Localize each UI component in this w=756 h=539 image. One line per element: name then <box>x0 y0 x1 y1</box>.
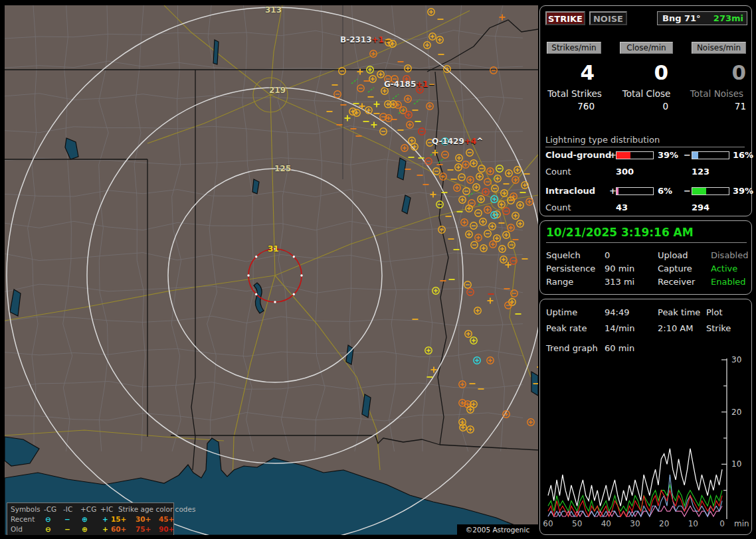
trend-box: Uptime 94:49 Peak time Plot Peak rate 14… <box>539 299 752 535</box>
strikes-per-min-chip[interactable]: Strikes/min <box>547 42 601 54</box>
distribution-title: Lightning type distribution <box>545 135 745 147</box>
cloud-ground-label: Cloud-ground <box>545 150 611 160</box>
strike-button[interactable]: STRIKE <box>545 11 585 25</box>
x-tick-label: 60 <box>543 519 553 528</box>
upload-status: Disabled <box>711 250 748 260</box>
ic-pos-recent-icon: + <box>102 515 108 523</box>
ring-label-313: 313 <box>265 5 282 15</box>
age-codes-title: Strike age color codes <box>118 505 195 513</box>
storm-cell-label: Q-1429+4^ <box>432 137 483 146</box>
cg-neg-pct: 16% <box>733 150 753 160</box>
capture-label: Capture <box>658 264 692 273</box>
age-60: 60+ <box>111 525 126 533</box>
trend-graph: 1020306050403020100min <box>541 355 751 533</box>
x-tick-label: 0 <box>719 519 725 528</box>
ic-pos-bar <box>616 187 654 195</box>
storm-cell-label: G-4185+1− <box>384 80 435 89</box>
cg-neg-bar <box>692 151 729 159</box>
cg-pos-pct: 39% <box>658 150 678 160</box>
datetime-display: 10/21/2025 3:19:16 AM <box>546 226 747 243</box>
age-45: 45+ <box>159 515 174 523</box>
cg-pos-old-icon: ⊕ <box>82 525 88 533</box>
trend-series-ic-neg <box>548 485 722 511</box>
storm-cell-label: B-2313+1− <box>340 35 391 44</box>
ic-neg-recent-icon: − <box>64 515 70 523</box>
total-noises-value: 71 <box>692 101 746 112</box>
cg-neg-old-icon: ⊖ <box>45 525 51 533</box>
trend-series-total <box>548 449 722 506</box>
cg-neg-count: 123 <box>692 167 709 177</box>
cg-pos-count: 300 <box>616 167 634 177</box>
uptime-value: 94:49 <box>605 307 629 317</box>
peak-time-label: Peak time <box>658 307 700 317</box>
range-value: 273mi <box>713 13 743 23</box>
age-75: 75+ <box>136 525 151 533</box>
age-15: 15+ <box>111 515 126 523</box>
close-per-min-value: 0 <box>620 60 668 84</box>
total-strikes-value: 760 <box>547 101 595 112</box>
range-setting-value: 313 mi <box>605 277 634 287</box>
cg-neg-recent-icon: ⊖ <box>45 515 51 523</box>
minus-sign: − <box>684 150 691 160</box>
copyright-text: ©2005 Astrogenic Systems <box>457 524 538 535</box>
age-90: 90+ <box>159 525 174 533</box>
noise-button[interactable]: NOISE <box>589 11 627 25</box>
close-per-min-chip[interactable]: Close/min <box>620 42 673 54</box>
squelch-value: 0 <box>605 250 610 260</box>
receiver-status: Enabled <box>711 277 746 287</box>
peak-rate-value: 14/min <box>605 323 634 333</box>
total-close-value: 0 <box>620 101 668 112</box>
legend-header: Symbols <box>11 505 41 513</box>
cg-pos-bar <box>616 151 654 159</box>
ic-neg-pct: 39% <box>733 186 753 196</box>
ring-label-125: 125 <box>274 164 291 173</box>
total-strikes-label: Total Strikes <box>543 88 607 99</box>
capture-status: Active <box>711 264 737 273</box>
persistence-value: 90 min <box>605 264 634 273</box>
strikes-per-min-value: 4 <box>547 60 595 84</box>
trend-graph-value: 60 min <box>605 343 634 353</box>
uptime-label: Uptime <box>546 307 577 317</box>
plot-mode-value: Strike <box>706 323 731 333</box>
ic-pos-count: 43 <box>616 202 628 212</box>
x-tick-label: 30 <box>630 519 640 528</box>
ring-label-31: 31 <box>268 244 279 254</box>
y-tick-label: 10 <box>731 459 741 469</box>
app-window: 31321912531 B-2313+1−G-4185+1−Q-1429+4^ … <box>0 0 756 539</box>
range-label: Range <box>546 277 573 287</box>
x-tick-label: 20 <box>659 519 669 528</box>
symbol-legend: Symbols -CG -IC +CG +IC Strike age color… <box>7 502 174 535</box>
total-close-label: Total Close <box>614 88 678 99</box>
noises-per-min-value: 0 <box>692 60 746 84</box>
system-status-box: 10/21/2025 3:19:16 AM Squelch 0 Persiste… <box>539 220 752 295</box>
x-tick-label: 10 <box>688 519 698 528</box>
minus-sign: − <box>684 186 691 196</box>
receiver-label: Receiver <box>658 277 695 287</box>
cg-pos-recent-icon: ⊕ <box>82 515 88 523</box>
y-tick-label: 30 <box>731 355 741 364</box>
x-tick-label: 50 <box>572 519 582 528</box>
strike-stats-box: STRIKE NOISE Bng 71° 273mi Strikes/min C… <box>539 5 752 216</box>
legend-row-recent: Recent <box>11 515 35 523</box>
intracloud-label: Intracloud <box>545 186 595 196</box>
ic-pos-pct: 6% <box>658 186 672 196</box>
upload-label: Upload <box>658 250 688 260</box>
count-label: Count <box>545 167 571 177</box>
x-tick-label: 40 <box>601 519 611 528</box>
lightning-map[interactable]: 31321912531 B-2313+1−G-4185+1−Q-1429+4^ … <box>5 5 538 535</box>
trend-graph-label: Trend graph <box>546 343 598 353</box>
map-canvas <box>5 5 538 535</box>
ic-neg-count: 294 <box>692 202 709 212</box>
ic-pos-old-icon: + <box>102 525 108 533</box>
peak-time-value: 2:10 AM <box>658 323 693 333</box>
ic-neg-old-icon: − <box>64 525 70 533</box>
noises-per-min-chip[interactable]: Noises/min <box>692 42 746 54</box>
peak-rate-label: Peak rate <box>546 323 587 333</box>
total-noises-label: Total Noises <box>684 88 750 99</box>
ring-label-219: 219 <box>269 86 286 95</box>
bearing-range-display: Bng 71° 273mi <box>657 11 747 25</box>
ic-neg-bar <box>692 187 729 195</box>
squelch-label: Squelch <box>546 250 581 260</box>
age-30: 30+ <box>136 515 151 523</box>
persistence-label: Persistence <box>546 264 595 273</box>
